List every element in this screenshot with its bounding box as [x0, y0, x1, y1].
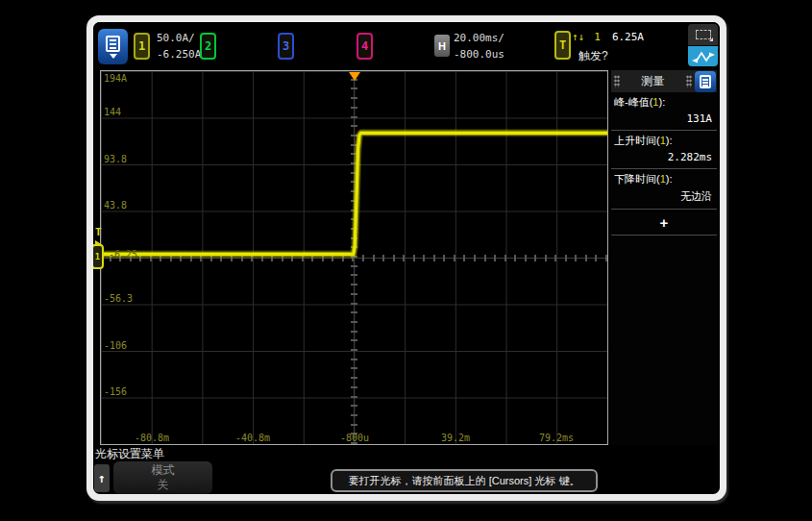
measurement-value: 2.282ms: [614, 148, 714, 166]
measurement-name: 峰-峰值(1):: [614, 95, 714, 110]
channel-1-offset: -6.250A: [157, 46, 201, 62]
horizontal-button[interactable]: H: [434, 35, 450, 57]
softkey-menu-title: 光标设置菜单: [95, 446, 164, 462]
oscilloscope-bezel: 1 50.0A/ -6.250A 2 3 4 H 20.00ms/ -800.0…: [86, 15, 726, 501]
drag-handle-icon[interactable]: [614, 75, 620, 87]
trigger-level-label: T: [95, 226, 102, 238]
softkey-label: 模式: [113, 463, 212, 478]
add-measurement-button[interactable]: +: [611, 210, 717, 236]
channel-1-readout: 50.0A/ -6.250A: [157, 30, 201, 62]
waveform-trace: [101, 71, 607, 444]
chevron-down-icon: [110, 54, 117, 59]
softkey-value: 关: [113, 478, 212, 491]
horizontal-delay: -800.0us: [454, 46, 504, 62]
dashed-rectangle-icon: [696, 30, 711, 39]
trigger-time-marker[interactable]: [349, 72, 360, 81]
measurement-name: 上升时间(1):: [614, 134, 714, 148]
y-axis-label-on-trace: -6.25: [109, 249, 137, 260]
channel-1-button[interactable]: 1: [134, 33, 150, 60]
trigger-button[interactable]: T: [554, 31, 571, 60]
measurements-panel-title: 测量: [623, 73, 683, 89]
back-button[interactable]: ↑: [94, 464, 110, 492]
zoom-select-button[interactable]: [688, 24, 718, 45]
measurements-panel: 测量 峰-峰值(1): 131A 上升时间(1): 2.282ms 下降时间(1…: [611, 70, 717, 445]
trigger-source: 1: [594, 31, 601, 43]
horizontal-readout: 20.00ms/ -800.0us: [454, 30, 504, 62]
trigger-readout: ↑↓16.25A: [572, 31, 644, 43]
menu-document-icon: [700, 75, 711, 88]
channel-1-scale: 50.0A/: [157, 30, 201, 46]
measurement-row: 上升时间(1): 2.282ms: [611, 131, 717, 169]
top-toolbar: 1 50.0A/ -6.250A 2 3 4 H 20.00ms/ -800.0…: [93, 22, 720, 69]
channel-2-button[interactable]: 2: [200, 33, 216, 60]
main-area: 194A 144 93.8 43.8 -6.25 -56.3 -106 -156…: [93, 70, 720, 445]
measurements-menu-button[interactable]: [695, 71, 716, 92]
measurement-name: 下降时间(1):: [614, 172, 714, 186]
mode-softkey[interactable]: 模式 关: [113, 461, 212, 494]
oscilloscope-screen: 1 50.0A/ -6.250A 2 3 4 H 20.00ms/ -800.0…: [93, 22, 720, 494]
waveform-touch-button[interactable]: [688, 46, 718, 66]
channel-1-ground-marker[interactable]: 1: [93, 244, 104, 269]
waveform-arrows-icon: [691, 50, 716, 63]
menu-document-icon: [106, 36, 120, 52]
measurements-panel-header: 测量: [611, 70, 717, 92]
horizontal-timebase: 20.00ms/: [454, 30, 504, 46]
softkey-bar: ↑ 模式 关 要打开光标，请按前面板上的 [Cursors] 光标 键。: [93, 461, 720, 494]
channel-4-button[interactable]: 4: [357, 33, 373, 60]
graticule: 194A 144 93.8 43.8 -6.25 -56.3 -106 -156…: [100, 70, 608, 445]
channel-3-button[interactable]: 3: [278, 33, 294, 60]
trigger-slope-icon: ↑↓: [572, 31, 584, 43]
main-menu-button[interactable]: [98, 29, 128, 64]
measurement-value: 无边沿: [614, 186, 714, 207]
drag-handle-icon[interactable]: [686, 75, 692, 87]
measurement-value: 131A: [614, 110, 714, 128]
trigger-status: 触发?: [578, 48, 608, 64]
info-message: 要打开光标，请按前面板上的 [Cursors] 光标 键。: [331, 469, 598, 492]
trigger-level: 6.25A: [612, 31, 644, 43]
measurement-row: 峰-峰值(1): 131A: [611, 92, 717, 131]
measurement-row: 下降时间(1): 无边沿: [611, 169, 717, 210]
